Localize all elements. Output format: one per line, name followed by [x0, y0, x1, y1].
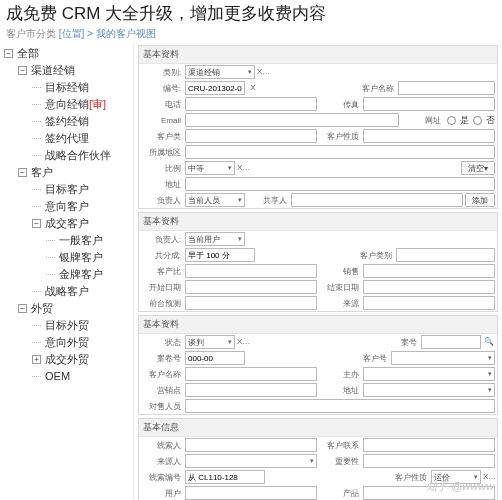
importance-input[interactable] — [363, 454, 495, 468]
src-select[interactable]: ▾ — [185, 454, 317, 468]
chevron-down-icon: ▾ — [248, 68, 252, 76]
team-select[interactable]: ▾ — [363, 367, 495, 381]
tree-connector-icon — [32, 104, 41, 105]
custresp-input[interactable] — [363, 438, 495, 452]
customer-name-input[interactable] — [398, 81, 495, 95]
chevron-down-icon: ▾ — [488, 386, 492, 394]
tree-group-customer[interactable]: −客户 — [4, 164, 129, 181]
field-label: 客户性质 — [387, 472, 429, 483]
clear-button[interactable]: X… — [237, 336, 249, 348]
search-icon[interactable]: 🔍 — [483, 336, 495, 348]
fax-input[interactable] — [363, 97, 495, 111]
category-tree: − 全部 −渠道经销 目标经销 意向经销[审] 签约经销 签约代理 战略合作伙伴… — [0, 43, 134, 500]
sale-input[interactable] — [363, 264, 495, 278]
form-content: 基本资料 类别:渠道经销▾X… 编号:X客户名称 电话传真 Email网址是否 … — [134, 43, 502, 500]
address-input[interactable] — [185, 177, 495, 191]
clear-button[interactable]: X… — [257, 66, 269, 78]
tree-leaf[interactable]: 签约经销 — [4, 113, 129, 130]
lead-input[interactable] — [185, 438, 317, 452]
field-label: 案卷号 — [141, 353, 183, 364]
radio-no[interactable] — [473, 116, 482, 125]
respond-input[interactable] — [185, 399, 495, 413]
chevron-down-icon: ▾ — [228, 338, 232, 346]
tree-root-all[interactable]: − 全部 — [4, 45, 129, 62]
collapse-icon[interactable]: − — [18, 304, 27, 313]
email-input[interactable] — [185, 113, 399, 127]
field-label: 营销点 — [141, 385, 183, 396]
tree-leaf[interactable]: 银牌客户 — [4, 249, 129, 266]
user-input[interactable] — [185, 486, 317, 500]
tree-leaf[interactable]: 战略合作伙伴 — [4, 147, 129, 164]
watermark: 知乎 @wwww — [426, 479, 494, 494]
tree-group-trade[interactable]: −外贸 — [4, 300, 129, 317]
tree-leaf[interactable]: OEM — [4, 368, 129, 385]
code-input[interactable] — [185, 81, 245, 95]
phone-input[interactable] — [185, 97, 317, 111]
collapse-icon[interactable]: − — [18, 168, 27, 177]
tree-connector-icon — [46, 257, 55, 258]
tree-group-channel[interactable]: −渠道经销 — [4, 62, 129, 79]
cust-type-input[interactable] — [396, 248, 495, 262]
tree-leaf[interactable]: 战略客户 — [4, 283, 129, 300]
owner-select[interactable]: 当前人员▾ — [185, 193, 245, 207]
panel-basic-2: 基本资料 负责人:当前用户▾ 共分成:客户类别 客产比销售 开始日期结束日期 前… — [138, 212, 498, 312]
tree-leaf[interactable]: 目标外贸 — [4, 317, 129, 334]
orderno-input[interactable] — [185, 351, 245, 365]
status-select[interactable]: 谈判▾ — [185, 335, 235, 349]
alloc-input[interactable] — [185, 248, 255, 262]
tree-group-deal[interactable]: −成交客户 — [4, 215, 129, 232]
rate-input[interactable] — [185, 264, 317, 278]
clear-button[interactable]: X… — [237, 162, 249, 174]
collapse-icon[interactable]: − — [18, 66, 27, 75]
radio-yes[interactable] — [447, 116, 456, 125]
clear-button[interactable]: X — [247, 82, 259, 94]
field-label: 地址 — [141, 179, 183, 190]
panel-title: 基本资料 — [139, 316, 497, 334]
cust-nature-input[interactable] — [363, 129, 495, 143]
share-input[interactable] — [291, 193, 463, 207]
tree-leaf[interactable]: 目标经销 — [4, 79, 129, 96]
radio-label: 否 — [486, 114, 495, 127]
panel-title: 基本资料 — [139, 46, 497, 64]
owner-select[interactable]: 当前用户▾ — [185, 232, 245, 246]
cname-input[interactable] — [185, 367, 317, 381]
alloc-input[interactable] — [185, 383, 317, 397]
tree-leaf[interactable]: 意向外贸 — [4, 334, 129, 351]
add-button[interactable]: 添加 — [465, 193, 495, 207]
ratio-select[interactable]: 中等▾ — [185, 161, 235, 175]
cust-type-input[interactable] — [185, 129, 317, 143]
collapse-icon[interactable]: − — [4, 49, 13, 58]
region-input[interactable] — [185, 145, 495, 159]
tree-leaf[interactable]: 目标客户 — [4, 181, 129, 198]
field-label: 对售人员 — [141, 401, 183, 412]
field-label: 销售 — [319, 266, 361, 277]
end-date-input[interactable] — [363, 280, 495, 294]
coderange-input[interactable] — [185, 470, 265, 484]
forecast-input[interactable] — [185, 296, 317, 310]
tree-leaf[interactable]: 一般客户 — [4, 232, 129, 249]
category-select[interactable]: 渠道经销▾ — [185, 65, 255, 79]
tree-connector-icon — [32, 342, 41, 343]
tree-leaf[interactable]: 金牌客户 — [4, 266, 129, 283]
custno-select[interactable]: ▾ — [391, 351, 495, 365]
tree-leaf[interactable]: 意向客户 — [4, 198, 129, 215]
tree-group-deal-trade[interactable]: +成交外贸 — [4, 351, 129, 368]
case-input[interactable] — [421, 335, 481, 349]
tree-leaf[interactable]: 意向经销[审] — [4, 96, 129, 113]
field-label: 前台预测 — [141, 298, 183, 309]
addr-select[interactable]: ▾ — [363, 383, 495, 397]
field-label: 共分成: — [141, 250, 183, 261]
tree-leaf[interactable]: 签约代理 — [4, 130, 129, 147]
collapse-icon[interactable]: − — [32, 219, 41, 228]
field-label: 负责人 — [141, 195, 183, 206]
field-label: 状态 — [141, 337, 183, 348]
tree-connector-icon — [32, 291, 41, 292]
src-input[interactable] — [363, 296, 495, 310]
tree-connector-icon — [32, 138, 41, 139]
field-label: 重要性 — [319, 456, 361, 467]
expand-icon[interactable]: + — [32, 355, 41, 364]
start-date-input[interactable] — [185, 280, 317, 294]
field-label: 共享人 — [247, 195, 289, 206]
field-label: 来源人 — [141, 456, 183, 467]
clear-button[interactable]: 清空 ▾ — [461, 161, 495, 175]
